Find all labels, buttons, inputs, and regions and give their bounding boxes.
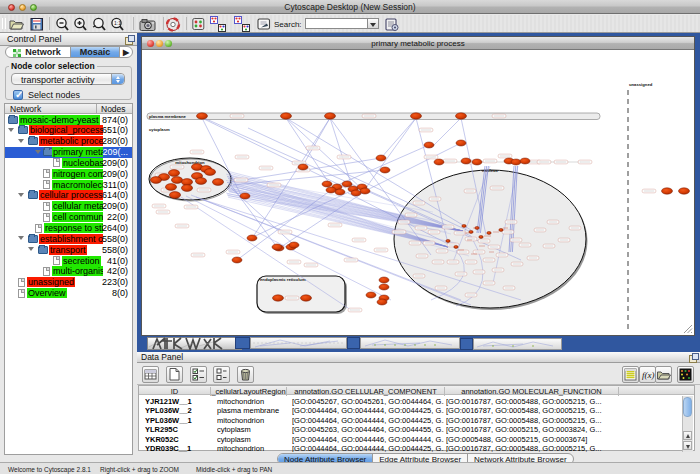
svg-text:1:1: 1:1 — [114, 20, 121, 26]
svg-text:f(x): f(x) — [642, 370, 655, 380]
svg-text:endoplasmic reticulum: endoplasmic reticulum — [260, 277, 306, 282]
svg-text:plasma membrane: plasma membrane — [149, 114, 186, 119]
svg-text:cytoplasm: cytoplasm — [149, 127, 170, 132]
svg-text:unassigned: unassigned — [629, 82, 653, 87]
